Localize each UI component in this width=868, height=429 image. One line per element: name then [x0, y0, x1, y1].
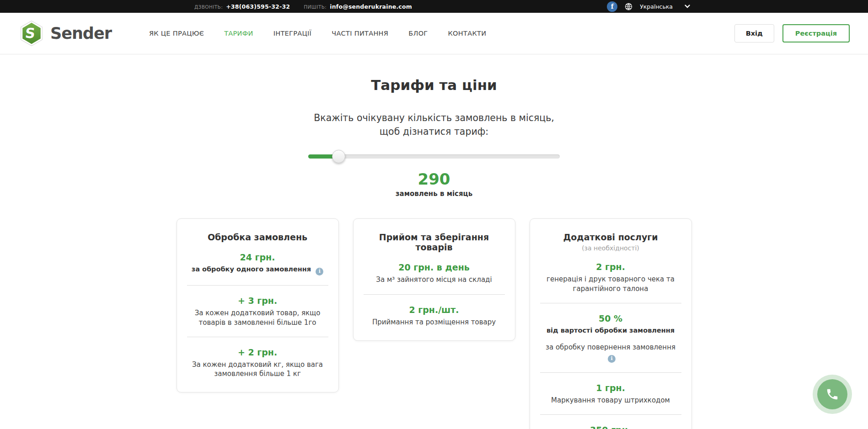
orders-label: замовлень в місяць: [0, 190, 868, 198]
svg-text:S: S: [24, 25, 36, 41]
login-button[interactable]: Вхід: [734, 24, 774, 42]
price-description: від вартості обробки замовлення: [540, 326, 681, 335]
nav-blog[interactable]: БЛОГ: [408, 30, 428, 37]
phone-contact: ДЗВОНІТЬ: +38(063)595-32-32: [194, 3, 290, 10]
price-description: Маркування товару штрихкодом: [540, 396, 681, 405]
write-label: ПИШІТЬ:: [304, 4, 327, 10]
brand-wordmark: Sender: [50, 24, 112, 42]
price-description: за обробку одного замовлення i: [187, 265, 328, 275]
nav-contacts[interactable]: КОНТАКТИ: [448, 30, 487, 37]
slider-track[interactable]: [308, 154, 560, 159]
price-description-secondary: за обробку повернення замовлення i: [540, 343, 681, 363]
slider-handle[interactable]: [332, 150, 345, 163]
globe-icon: [625, 3, 632, 11]
card-title: Обробка замовлень: [187, 232, 328, 242]
price-value: 50 %: [540, 313, 681, 323]
info-icon[interactable]: i: [316, 268, 323, 275]
card-storage: Прийом та зберігання товарів 20 грн. в д…: [353, 218, 515, 341]
page-title: Тарифи та ціни: [0, 54, 868, 93]
divider: [187, 285, 328, 286]
nav-tariffs[interactable]: ТАРИФИ: [224, 30, 253, 37]
divider: [364, 294, 505, 295]
price-description: За кожен додатковий кг, якщо вага замовл…: [187, 360, 328, 379]
nav-faq[interactable]: ЧАСТІ ПИТАННЯ: [332, 30, 388, 37]
price-value: 20 грн. в день: [364, 262, 505, 272]
orders-value: 290: [0, 170, 868, 188]
brand-logo[interactable]: S Sender: [18, 20, 112, 47]
price-description: За м³ зайнятого місця на складі: [364, 275, 505, 284]
call-fab-button[interactable]: [813, 375, 852, 414]
pricing-cards: Обробка замовлень 24 грн. за обробку одн…: [0, 218, 868, 429]
language-selector[interactable]: Українська: [640, 3, 673, 10]
price-value: 2 грн.: [540, 262, 681, 272]
divider: [540, 414, 681, 415]
email-contact: ПИШІТЬ: info@senderukraine.com: [304, 3, 412, 10]
card-additional-services: Додаткові послуги (за необхідності) 2 гр…: [530, 218, 692, 429]
price-value: 24 грн.: [187, 252, 328, 262]
divider: [187, 337, 328, 337]
topbar: ДЗВОНІТЬ: +38(063)595-32-32 ПИШІТЬ: info…: [0, 0, 868, 13]
call-label: ДЗВОНІТЬ:: [194, 4, 223, 10]
price-description: За кожен додатковий товар, якщо товарів …: [187, 308, 328, 327]
slider-prompt: Вкажіть очікувану кількість замовлень в …: [0, 111, 868, 138]
chevron-down-icon[interactable]: [685, 5, 690, 8]
nav-how-it-works[interactable]: ЯК ЦЕ ПРАЦЮЄ: [149, 30, 204, 37]
price-value: + 3 грн.: [187, 296, 328, 306]
divider: [540, 303, 681, 303]
header: S Sender ЯК ЦЕ ПРАЦЮЄ ТАРИФИ ІНТЕГРАЦІЇ …: [0, 13, 868, 54]
nav-integrations[interactable]: ІНТЕГРАЦІЇ: [273, 30, 312, 37]
main-nav: ЯК ЦЕ ПРАЦЮЄ ТАРИФИ ІНТЕГРАЦІЇ ЧАСТІ ПИТ…: [149, 30, 486, 37]
info-icon[interactable]: i: [608, 355, 616, 363]
orders-slider: [308, 150, 560, 163]
phone-number[interactable]: +38(063)595-32-32: [226, 3, 290, 10]
card-title: Прийом та зберігання товарів: [364, 232, 505, 252]
phone-icon: [817, 379, 847, 409]
price-value: 1 грн.: [540, 383, 681, 393]
card-subtitle: (за необхідності): [540, 244, 681, 252]
sender-logo-icon: S: [18, 20, 45, 47]
facebook-icon[interactable]: f: [607, 1, 617, 12]
price-value: + 2 грн.: [187, 347, 328, 357]
price-value: 350 грн.: [540, 425, 681, 429]
price-description: генерація і друк товарного чека та гаран…: [540, 275, 681, 293]
price-description-text: за обробку одного замовлення: [192, 265, 311, 273]
divider: [540, 372, 681, 373]
price-description-text: за обробку повернення замовлення: [546, 343, 675, 351]
card-order-processing: Обробка замовлень 24 грн. за обробку одн…: [177, 218, 339, 392]
card-title: Додаткові послуги: [540, 232, 681, 242]
main-content: Тарифи та ціни Вкажіть очікувану кількіс…: [0, 54, 868, 429]
register-button[interactable]: Реєстрація: [782, 24, 850, 42]
price-description: Приймання та розміщення товару: [364, 318, 505, 327]
email-address[interactable]: info@senderukraine.com: [330, 3, 412, 10]
price-value: 2 грн./шт.: [364, 305, 505, 315]
